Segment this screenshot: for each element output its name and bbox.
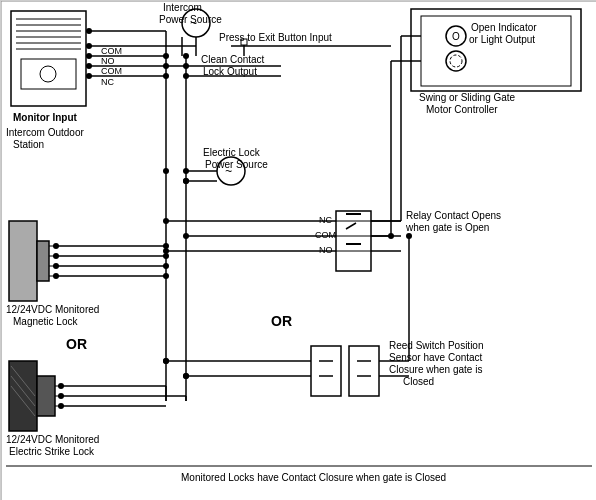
svg-text:or Light Output: or Light Output <box>469 34 535 45</box>
svg-rect-67 <box>9 361 37 431</box>
wiring-diagram: COM NO COM NC ~ ~ <box>0 0 596 500</box>
svg-text:COM: COM <box>101 66 122 76</box>
svg-text:Motor Controller: Motor Controller <box>426 104 498 115</box>
svg-text:12/24VDC Monitored: 12/24VDC Monitored <box>6 434 99 445</box>
svg-text:Clean Contact: Clean Contact <box>201 54 265 65</box>
svg-point-9 <box>40 66 56 82</box>
svg-rect-50 <box>37 241 49 281</box>
svg-point-126 <box>388 233 394 239</box>
svg-point-157 <box>163 168 169 174</box>
svg-text:NO: NO <box>319 245 333 255</box>
svg-point-97 <box>163 218 169 224</box>
svg-point-65 <box>163 263 169 269</box>
svg-text:Magnetic Lock: Magnetic Lock <box>13 316 78 327</box>
svg-text:Intercom Outdoor: Intercom Outdoor <box>6 127 84 138</box>
svg-text:Monitored Locks have Contact C: Monitored Locks have Contact Closure whe… <box>181 472 446 483</box>
svg-text:Station: Station <box>13 139 44 150</box>
svg-text:Electric Lock: Electric Lock <box>203 147 261 158</box>
svg-rect-81 <box>336 211 371 271</box>
svg-point-125 <box>406 233 412 239</box>
svg-point-98 <box>183 233 189 239</box>
svg-text:Intercom: Intercom <box>163 2 202 13</box>
svg-text:Power Source: Power Source <box>205 159 268 170</box>
svg-point-47 <box>183 168 189 174</box>
svg-text:OR: OR <box>271 313 292 329</box>
svg-rect-68 <box>37 376 55 416</box>
svg-text:Closed: Closed <box>403 376 434 387</box>
svg-text:Swing or Sliding Gate: Swing or Sliding Gate <box>419 92 516 103</box>
svg-text:Monitor Input: Monitor Input <box>13 112 78 123</box>
svg-point-159 <box>163 358 169 364</box>
svg-text:OR: OR <box>66 336 87 352</box>
svg-rect-101 <box>349 346 379 396</box>
svg-text:12/24VDC Monitored: 12/24VDC Monitored <box>6 304 99 315</box>
svg-text:COM: COM <box>315 230 336 240</box>
svg-text:O: O <box>452 31 460 42</box>
svg-text:Reed Switch Position: Reed Switch Position <box>389 340 484 351</box>
svg-text:NO: NO <box>101 56 115 66</box>
svg-rect-49 <box>9 221 37 301</box>
svg-point-37 <box>163 73 169 79</box>
svg-point-66 <box>163 273 169 279</box>
svg-text:when gate is Open: when gate is Open <box>405 222 489 233</box>
svg-text:Closure when gate is: Closure when gate is <box>389 364 482 375</box>
svg-text:NC: NC <box>101 77 114 87</box>
svg-text:COM: COM <box>101 46 122 56</box>
svg-point-116 <box>450 55 462 67</box>
svg-text:Press to Exit Button Input: Press to Exit Button Input <box>219 32 332 43</box>
svg-text:Lock Output: Lock Output <box>203 66 257 77</box>
svg-point-35 <box>163 53 169 59</box>
svg-text:Open Indicator: Open Indicator <box>471 22 537 33</box>
svg-point-99 <box>163 248 169 254</box>
svg-text:Relay Contact Opens: Relay Contact Opens <box>406 210 501 221</box>
svg-point-158 <box>183 178 189 184</box>
svg-text:Electric Strike Lock: Electric Strike Lock <box>9 446 95 457</box>
svg-rect-100 <box>311 346 341 396</box>
svg-point-160 <box>183 373 189 379</box>
svg-point-38 <box>183 53 189 59</box>
svg-text:Sensor have Contact: Sensor have Contact <box>389 352 483 363</box>
svg-text:NC: NC <box>319 215 332 225</box>
svg-text:Power Source: Power Source <box>159 14 222 25</box>
